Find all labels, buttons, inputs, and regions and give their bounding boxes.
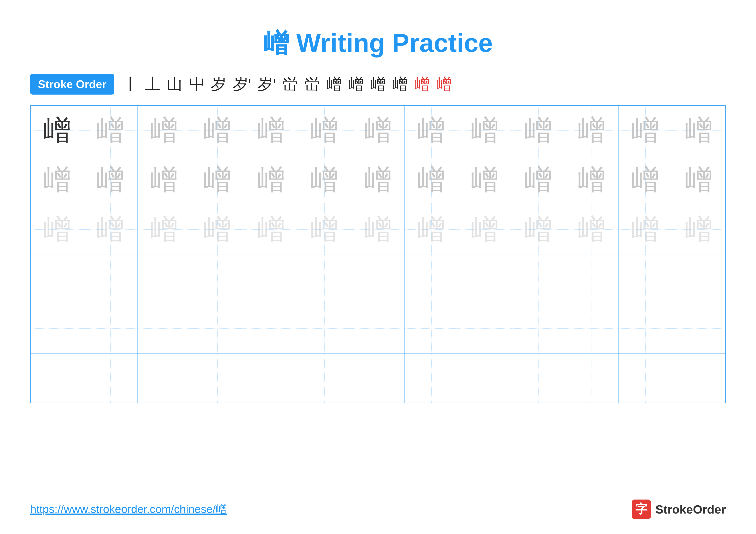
stroke-step-10: 嶒: [326, 74, 342, 94]
grid-cell[interactable]: 嶒: [512, 155, 565, 205]
grid-cell[interactable]: [565, 254, 618, 304]
stroke-sequence: 丨 丄 山 屮 岁 岁' 岁' 峃 峃 嶒 嶒 嶒 嶒 嶒 嶒: [123, 74, 452, 94]
grid-cell[interactable]: 嶒: [619, 205, 672, 254]
grid-cell[interactable]: [512, 304, 565, 353]
grid-cell[interactable]: 嶒: [191, 205, 244, 254]
grid-cell[interactable]: [565, 304, 618, 353]
grid-cell[interactable]: 嶒: [30, 106, 84, 155]
grid-cell[interactable]: [405, 254, 458, 304]
grid-cell[interactable]: 嶒: [458, 106, 512, 155]
grid-cell[interactable]: [672, 254, 726, 304]
grid-cell[interactable]: [191, 254, 244, 304]
grid-cell[interactable]: [512, 353, 565, 403]
stroke-step-15: 嶒: [436, 74, 452, 94]
grid-cell[interactable]: [458, 304, 512, 353]
grid-cell[interactable]: 嶒: [512, 106, 565, 155]
stroke-step-13: 嶒: [392, 74, 408, 94]
grid-cell[interactable]: 嶒: [405, 205, 458, 254]
grid-cell[interactable]: 嶒: [351, 205, 405, 254]
stroke-order-section: Stroke Order 丨 丄 山 屮 岁 岁' 岁' 峃 峃 嶒 嶒 嶒 嶒…: [0, 74, 756, 94]
grid-cell[interactable]: 嶒: [244, 155, 298, 205]
grid-cell[interactable]: [351, 353, 405, 403]
stroke-step-5: 岁: [211, 74, 226, 94]
grid-cell[interactable]: [512, 254, 565, 304]
grid-cell[interactable]: [458, 254, 512, 304]
grid-cell[interactable]: 嶒: [619, 155, 672, 205]
grid-cell[interactable]: 嶒: [191, 106, 244, 155]
footer-url[interactable]: https://www.strokeorder.com/chinese/嶒: [30, 502, 227, 517]
grid-cell[interactable]: 嶒: [512, 205, 565, 254]
grid-cell[interactable]: [619, 254, 672, 304]
logo-icon: 字: [632, 499, 651, 519]
grid-cell[interactable]: [405, 304, 458, 353]
grid-cell[interactable]: [619, 304, 672, 353]
grid-cell[interactable]: 嶒: [672, 106, 726, 155]
grid-cell[interactable]: 嶒: [137, 155, 191, 205]
footer-logo: 字 StrokeOrder: [632, 499, 726, 519]
grid-cell[interactable]: 嶒: [565, 106, 618, 155]
grid-cell[interactable]: 嶒: [30, 205, 84, 254]
grid-cell[interactable]: 嶒: [405, 106, 458, 155]
practice-row-3: 嶒 嶒 嶒 嶒 嶒 嶒 嶒 嶒 嶒 嶒 嶒 嶒 嶒: [30, 205, 726, 254]
grid-cell[interactable]: [565, 353, 618, 403]
grid-cell[interactable]: 嶒: [351, 155, 405, 205]
grid-cell[interactable]: [672, 353, 726, 403]
grid-cell[interactable]: 嶒: [137, 106, 191, 155]
grid-cell[interactable]: 嶒: [84, 205, 137, 254]
grid-cell[interactable]: 嶒: [619, 106, 672, 155]
stroke-step-4: 屮: [189, 74, 204, 94]
grid-cell[interactable]: [351, 304, 405, 353]
grid-cell[interactable]: 嶒: [244, 205, 298, 254]
practice-row-6: [30, 353, 726, 403]
stroke-step-12: 嶒: [370, 74, 386, 94]
practice-row-5: [30, 304, 726, 353]
grid-cell[interactable]: 嶒: [672, 155, 726, 205]
stroke-step-14: 嶒: [414, 74, 430, 94]
grid-cell[interactable]: 嶒: [351, 106, 405, 155]
grid-cell[interactable]: [298, 304, 351, 353]
grid-cell[interactable]: 嶒: [565, 155, 618, 205]
grid-cell[interactable]: [30, 254, 84, 304]
grid-cell[interactable]: 嶒: [405, 155, 458, 205]
grid-cell[interactable]: [30, 353, 84, 403]
grid-cell[interactable]: 嶒: [298, 155, 351, 205]
stroke-step-8: 峃: [282, 74, 298, 94]
grid-cell[interactable]: [137, 304, 191, 353]
grid-cell[interactable]: [298, 254, 351, 304]
grid-cell[interactable]: [191, 353, 244, 403]
grid-cell[interactable]: 嶒: [565, 205, 618, 254]
stroke-step-2: 丄: [145, 74, 160, 94]
grid-cell[interactable]: [84, 304, 137, 353]
grid-cell[interactable]: 嶒: [672, 205, 726, 254]
practice-row-2: 嶒 嶒 嶒 嶒 嶒 嶒 嶒 嶒 嶒 嶒 嶒 嶒 嶒: [30, 155, 726, 205]
grid-cell[interactable]: [191, 304, 244, 353]
grid-cell[interactable]: [672, 304, 726, 353]
grid-cell[interactable]: [244, 254, 298, 304]
grid-cell[interactable]: [137, 254, 191, 304]
grid-cell[interactable]: [137, 353, 191, 403]
grid-cell[interactable]: 嶒: [298, 106, 351, 155]
grid-cell[interactable]: 嶒: [30, 155, 84, 205]
grid-cell[interactable]: [84, 353, 137, 403]
logo-text: StrokeOrder: [655, 502, 726, 516]
practice-row-1: 嶒 嶒 嶒 嶒 嶒 嶒 嶒 嶒 嶒 嶒 嶒 嶒 嶒: [30, 106, 726, 155]
grid-cell[interactable]: 嶒: [298, 205, 351, 254]
grid-cell[interactable]: 嶒: [191, 155, 244, 205]
grid-cell[interactable]: [619, 353, 672, 403]
stroke-step-11: 嶒: [348, 74, 364, 94]
grid-cell[interactable]: [244, 304, 298, 353]
grid-cell[interactable]: [298, 353, 351, 403]
grid-cell[interactable]: [84, 254, 137, 304]
grid-cell[interactable]: 嶒: [84, 106, 137, 155]
grid-cell[interactable]: [405, 353, 458, 403]
grid-cell[interactable]: [458, 353, 512, 403]
grid-cell[interactable]: 嶒: [458, 155, 512, 205]
grid-cell[interactable]: [244, 353, 298, 403]
grid-cell[interactable]: [30, 304, 84, 353]
grid-cell[interactable]: 嶒: [458, 205, 512, 254]
stroke-step-9: 峃: [304, 74, 320, 94]
grid-cell[interactable]: 嶒: [84, 155, 137, 205]
grid-cell[interactable]: 嶒: [244, 106, 298, 155]
grid-cell[interactable]: 嶒: [137, 205, 191, 254]
grid-cell[interactable]: [351, 254, 405, 304]
